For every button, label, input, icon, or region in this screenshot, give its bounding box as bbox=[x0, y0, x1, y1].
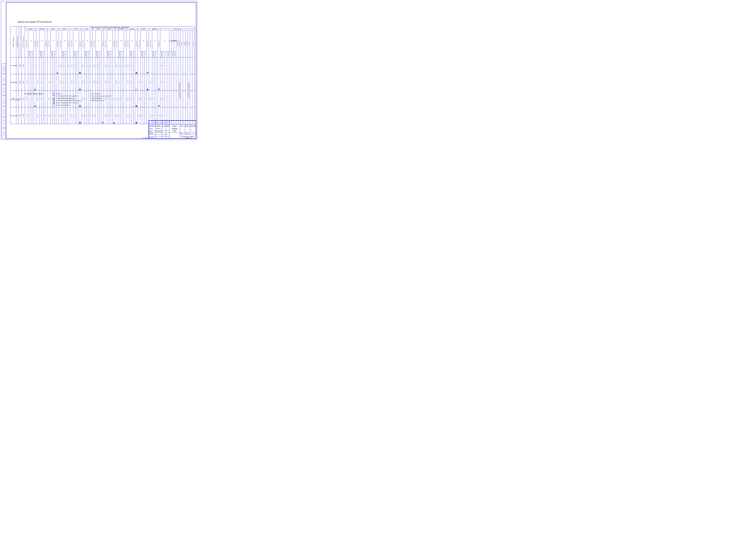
header-cell: Пробег на месяц bbox=[70, 30, 73, 57]
month-val: 26 bbox=[85, 82, 86, 83]
data-cell: - bbox=[122, 107, 124, 124]
month-val: 29 bbox=[119, 115, 120, 116]
footer-format-l: Формат bbox=[185, 137, 189, 139]
header-to: ТО bbox=[40, 30, 45, 51]
legend-text-col: Х-ТО при работеО-обслуживание во время х… bbox=[90, 93, 111, 101]
header-year-col: Тех. Осмотр bbox=[193, 41, 194, 46]
header-sub: Ежедневное bbox=[96, 51, 97, 57]
legend-row: -постановка на длительное хранение bbox=[53, 95, 81, 97]
data-cell: - bbox=[40, 57, 41, 74]
data-cell: - bbox=[133, 57, 135, 74]
header-cell: 1 bbox=[143, 51, 145, 57]
header-rov: Др виды РОВ bbox=[57, 40, 58, 47]
header-cell: Обкатка bbox=[188, 30, 190, 57]
month-val: 1 bbox=[109, 115, 110, 116]
header-cell: 2 bbox=[156, 51, 158, 57]
data-cell bbox=[147, 74, 149, 91]
data-cell: 1 bbox=[88, 107, 90, 124]
month-val: - bbox=[77, 115, 78, 116]
data-cell: 25 bbox=[107, 57, 109, 74]
tb-izm: Изм. bbox=[149, 125, 152, 127]
header-sub: 1 bbox=[31, 54, 32, 55]
header-cell: Пробег на месяц bbox=[149, 30, 152, 57]
data-cell: - bbox=[54, 74, 56, 91]
header-cell: Др виды РОВ bbox=[147, 30, 149, 57]
marker-tri-up-filled bbox=[57, 72, 58, 73]
header-cell: Др виды РОВ bbox=[68, 30, 70, 57]
data-cell: 26 bbox=[129, 57, 132, 74]
header-month: Июль bbox=[93, 28, 104, 30]
month-val: - bbox=[31, 82, 32, 83]
legend-row: О-обслуживание во время хранения bbox=[90, 95, 111, 97]
month-mileage: 2869,92 bbox=[105, 114, 106, 117]
year-val: 9 bbox=[163, 65, 164, 66]
data-cell: 1 bbox=[75, 107, 77, 124]
header-cell: Др виды РОВ bbox=[101, 30, 104, 57]
left-label-text: Инв. № дубл. bbox=[3, 98, 4, 104]
month-mileage: 2869,92 bbox=[116, 114, 117, 117]
header-cell: 2 bbox=[99, 51, 101, 57]
month-val: - bbox=[32, 66, 33, 66]
header-probeg: Пробег на месяц bbox=[26, 40, 27, 47]
data-cell: 1170,96 bbox=[36, 74, 40, 91]
data-cell: 25 bbox=[107, 74, 109, 91]
data-cell: Д2 bbox=[90, 57, 93, 74]
footer-format-v: А1 bbox=[190, 137, 191, 139]
month-mileage: 0 bbox=[26, 65, 27, 66]
header-year-sub: Ежедневное bbox=[161, 51, 162, 57]
month-val: - bbox=[66, 115, 67, 116]
header-cell: Др виды РОВ bbox=[113, 30, 115, 57]
year-val: 1 bbox=[193, 65, 194, 66]
data-cell: 25 bbox=[129, 74, 132, 91]
data-cell bbox=[124, 107, 126, 124]
year-val: 1 bbox=[165, 82, 166, 83]
data-cell: 24 bbox=[73, 74, 75, 91]
header-sub: 1 bbox=[53, 54, 54, 55]
month-val: - bbox=[111, 115, 112, 116]
data-cell: 32302 bbox=[22, 57, 25, 74]
left-label-box: Инв. № подл. bbox=[2, 128, 5, 139]
data-cell: 29 bbox=[84, 107, 87, 124]
header-cell: Пробег на месяц bbox=[36, 30, 40, 57]
left-label-text: Взам. инв. № bbox=[3, 109, 4, 115]
month-val: - bbox=[87, 115, 88, 116]
data-cell: - bbox=[30, 107, 32, 124]
month-val: 25 bbox=[107, 82, 108, 83]
data-cell: - bbox=[77, 57, 79, 74]
month-val: 1 bbox=[98, 82, 99, 83]
header-month: Декабрь bbox=[149, 28, 160, 30]
month-mileage: 2232,16 bbox=[150, 114, 151, 117]
data-cell: Д2 bbox=[45, 107, 47, 124]
marker-tri-down-filled bbox=[102, 122, 103, 123]
month-val: 28 bbox=[107, 115, 108, 116]
header-cell: 1 bbox=[41, 51, 43, 57]
data-cell bbox=[56, 107, 59, 124]
data-cell: 2 bbox=[98, 57, 99, 74]
legend-marker-icon bbox=[53, 97, 55, 99]
header-sub: 2 bbox=[111, 54, 112, 55]
header-cell: Пробег на месяц bbox=[93, 30, 96, 57]
month-val: - bbox=[134, 115, 135, 116]
header-month: Апрель bbox=[59, 28, 70, 30]
header-year-total: Итого за год bbox=[160, 28, 195, 30]
data-cell: ГАЗ-33081 bbox=[10, 57, 16, 74]
header-probeg: Пробег на месяц bbox=[139, 40, 140, 47]
data-cell: 1 bbox=[64, 57, 66, 74]
data-cell: 1 bbox=[121, 57, 122, 74]
legend-text: Д-диагностирование bbox=[90, 97, 102, 99]
data-cell: 1 bbox=[109, 57, 111, 74]
header-sub: 2 bbox=[134, 54, 135, 55]
header-cell: Обслуживание bbox=[178, 30, 181, 57]
header-month: Январь bbox=[25, 28, 36, 30]
header-rov: Др виды РОВ bbox=[158, 40, 159, 47]
data-cell: 28 bbox=[107, 107, 109, 124]
data-cell: 4614,57 bbox=[93, 57, 96, 74]
data-cell: 24 bbox=[51, 74, 53, 91]
month-val: 27 bbox=[96, 65, 97, 67]
header-rov: Др виды РОВ bbox=[68, 40, 69, 47]
header-sub: 1 bbox=[155, 54, 155, 55]
left-label-box: Справ. № bbox=[2, 74, 5, 84]
left-label-text: Подп. и дата bbox=[3, 87, 4, 93]
data-cell bbox=[113, 107, 115, 124]
data-cell: 27 bbox=[95, 57, 98, 74]
